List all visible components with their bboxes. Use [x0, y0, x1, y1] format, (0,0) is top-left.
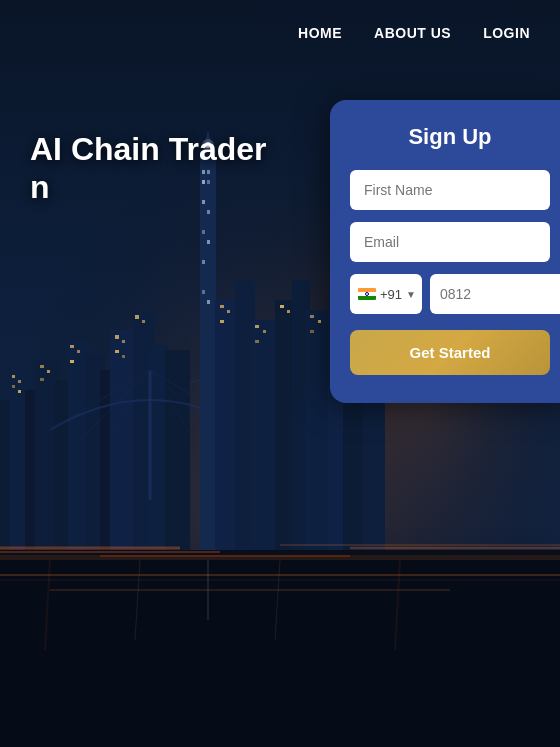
- svg-rect-54: [122, 340, 125, 343]
- svg-rect-43: [12, 375, 15, 378]
- signup-card: Sign Up +91 ▼ Get Started: [330, 100, 560, 403]
- svg-rect-72: [220, 320, 224, 323]
- phone-input[interactable]: [430, 274, 560, 314]
- svg-rect-51: [77, 350, 80, 353]
- svg-rect-38: [0, 560, 560, 747]
- svg-rect-57: [135, 315, 139, 319]
- svg-rect-45: [12, 385, 15, 388]
- svg-rect-49: [40, 378, 44, 381]
- country-code: +91: [380, 287, 402, 302]
- nav-links: HOME ABOUT US LOGIN: [298, 25, 530, 41]
- svg-rect-48: [47, 370, 50, 373]
- nav-home[interactable]: HOME: [298, 25, 342, 41]
- svg-rect-78: [310, 315, 314, 318]
- svg-rect-70: [220, 305, 224, 308]
- svg-rect-44: [18, 380, 21, 383]
- svg-rect-67: [202, 260, 205, 264]
- email-input[interactable]: [350, 222, 550, 262]
- svg-rect-69: [207, 300, 210, 304]
- svg-rect-76: [280, 305, 284, 308]
- svg-rect-75: [255, 340, 259, 343]
- phone-row: +91 ▼: [350, 274, 550, 314]
- svg-rect-79: [318, 320, 321, 323]
- svg-rect-68: [202, 290, 205, 294]
- nav-login[interactable]: LOGIN: [483, 25, 530, 41]
- nav-about[interactable]: ABOUT US: [374, 25, 451, 41]
- phone-prefix[interactable]: +91 ▼: [350, 274, 422, 314]
- svg-rect-80: [310, 330, 314, 333]
- hero-title-line2: n: [30, 169, 50, 205]
- svg-rect-64: [207, 210, 210, 214]
- hero-section: AI Chain Trader n: [30, 130, 267, 207]
- svg-rect-46: [18, 390, 21, 393]
- svg-rect-55: [115, 350, 119, 353]
- svg-rect-71: [227, 310, 230, 313]
- svg-rect-56: [122, 355, 125, 358]
- svg-rect-77: [287, 310, 290, 313]
- hero-title-line1: AI Chain Trader: [30, 131, 267, 167]
- india-flag: [358, 288, 376, 300]
- svg-rect-66: [207, 240, 210, 244]
- signup-title: Sign Up: [350, 124, 550, 150]
- firstname-input[interactable]: [350, 170, 550, 210]
- svg-rect-58: [142, 320, 145, 323]
- svg-rect-52: [70, 360, 74, 363]
- svg-rect-47: [40, 365, 44, 368]
- submit-button[interactable]: Get Started: [350, 330, 550, 375]
- svg-rect-50: [70, 345, 74, 348]
- svg-rect-74: [263, 330, 266, 333]
- svg-rect-24: [200, 150, 216, 580]
- svg-rect-65: [202, 230, 205, 234]
- hero-title: AI Chain Trader n: [30, 130, 267, 207]
- dropdown-caret: ▼: [406, 289, 416, 300]
- svg-rect-73: [255, 325, 259, 328]
- navbar: HOME ABOUT US LOGIN: [0, 0, 560, 65]
- svg-rect-53: [115, 335, 119, 339]
